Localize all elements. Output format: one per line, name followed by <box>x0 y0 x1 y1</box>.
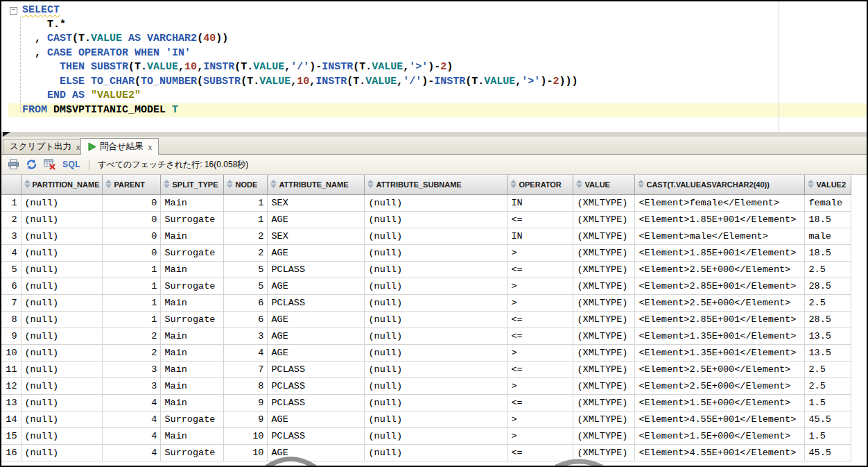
cell[interactable]: (null) <box>365 377 507 394</box>
cell[interactable]: 10 <box>224 444 268 461</box>
row-number[interactable]: 14 <box>1 411 21 427</box>
cell[interactable]: (null) <box>365 278 507 294</box>
column-header[interactable]: VALUE <box>573 175 635 194</box>
cell[interactable]: (null) <box>365 361 507 377</box>
cell[interactable]: <Element>1.35E+001</Element> <box>635 328 805 344</box>
code-line[interactable]: FROM DM$VPTITANIC_MODEL T <box>22 103 867 118</box>
cell[interactable]: (null) <box>21 344 103 361</box>
cell[interactable]: Main <box>161 261 224 278</box>
cell[interactable]: 4 <box>103 411 161 427</box>
cell[interactable]: 18.5 <box>805 244 851 261</box>
cell[interactable]: 18.5 <box>805 211 851 228</box>
cell[interactable]: <Element>2.85E+001</Element> <box>635 278 805 294</box>
cell[interactable]: (null) <box>21 294 103 311</box>
cell[interactable]: AGE <box>268 328 365 344</box>
cell[interactable]: 3 <box>103 361 161 377</box>
cell[interactable]: AGE <box>268 311 365 328</box>
cell[interactable]: > <box>507 411 573 427</box>
cell[interactable]: > <box>507 427 573 444</box>
cell[interactable]: (null) <box>21 194 103 211</box>
tab-script-output[interactable]: スクリプト出力 x <box>3 139 87 154</box>
cell[interactable]: <= <box>507 211 573 228</box>
code-line[interactable]: SELECT <box>22 3 867 18</box>
cell[interactable]: (XMLTYPE) <box>573 211 635 228</box>
cell[interactable]: <Element>male</Element> <box>635 228 805 244</box>
cell[interactable]: Main <box>161 377 224 394</box>
cell[interactable]: PCLASS <box>268 394 365 411</box>
cell[interactable]: (null) <box>365 427 507 444</box>
cell[interactable]: <Element>1.5E+000</Element> <box>635 427 805 444</box>
cell[interactable]: Surrogate <box>161 244 224 261</box>
cell[interactable]: PCLASS <box>268 427 365 444</box>
cell[interactable]: SEX <box>268 228 365 244</box>
cell[interactable]: (null) <box>21 427 103 444</box>
code-line[interactable]: , CAST(T.VALUE AS VARCHAR2(40)) <box>22 32 867 46</box>
cell[interactable]: 2 <box>224 228 268 244</box>
cell[interactable]: <Element>2.5E+000</Element> <box>635 261 805 278</box>
cell[interactable]: 2.5 <box>805 261 851 278</box>
code-line[interactable]: T.* <box>22 18 867 33</box>
cell[interactable]: Main <box>161 194 224 211</box>
row-number[interactable]: 2 <box>1 211 21 228</box>
cell[interactable]: 9 <box>224 411 268 427</box>
sort-icon[interactable] <box>367 180 374 189</box>
cell[interactable]: Surrogate <box>161 311 224 328</box>
cell[interactable]: Surrogate <box>161 211 224 228</box>
cell[interactable]: (null) <box>365 294 507 311</box>
cell[interactable]: <= <box>507 394 573 411</box>
column-header[interactable]: ATTRIBUTE_NAME <box>268 175 365 194</box>
cell[interactable]: (XMLTYPE) <box>573 194 635 211</box>
cell[interactable]: > <box>507 377 573 394</box>
cell[interactable]: 45.5 <box>805 411 851 427</box>
cell[interactable]: Main <box>161 427 224 444</box>
cell[interactable]: 28.5 <box>805 311 851 328</box>
sql-button[interactable]: SQL <box>62 160 80 169</box>
tab-query-result[interactable]: 問合せ結果 x <box>80 138 159 155</box>
cell[interactable]: (null) <box>365 411 507 427</box>
cell[interactable]: 5 <box>224 261 268 278</box>
cell[interactable]: 4 <box>224 344 268 361</box>
column-header[interactable]: VALUE2 <box>805 175 851 194</box>
clear-grid-icon[interactable] <box>43 159 55 171</box>
close-icon[interactable]: x <box>76 143 80 151</box>
cell[interactable]: (null) <box>365 394 507 411</box>
row-number[interactable]: 15 <box>1 427 21 444</box>
cell[interactable]: 1.5 <box>805 427 851 444</box>
cell[interactable]: 4 <box>103 444 161 461</box>
close-icon[interactable]: x <box>148 143 153 151</box>
cell[interactable]: <Element>2.85E+001</Element> <box>635 311 805 328</box>
cell[interactable]: (null) <box>21 211 103 228</box>
print-icon[interactable] <box>7 159 19 171</box>
sort-icon[interactable] <box>24 180 31 189</box>
cell[interactable]: (null) <box>365 311 507 328</box>
cell[interactable]: (XMLTYPE) <box>573 427 635 444</box>
cell[interactable]: (null) <box>21 361 103 377</box>
cell[interactable]: 4 <box>103 394 161 411</box>
code-line[interactable]: ELSE TO_CHAR(TO_NUMBER(SUBSTR(T.VALUE,10… <box>22 75 867 90</box>
cell[interactable]: Main <box>161 344 224 361</box>
cell[interactable]: (null) <box>21 244 103 261</box>
row-number[interactable]: 8 <box>1 311 21 328</box>
row-number[interactable]: 1 <box>1 194 21 211</box>
cell[interactable]: <= <box>507 328 573 344</box>
cell[interactable]: 0 <box>103 194 161 211</box>
cell[interactable]: Main <box>161 394 224 411</box>
cell[interactable]: > <box>507 294 573 311</box>
sort-icon[interactable] <box>638 180 644 189</box>
grid-corner[interactable] <box>1 175 21 194</box>
cell[interactable]: Main <box>161 328 224 344</box>
cell[interactable]: (XMLTYPE) <box>573 261 635 278</box>
cell[interactable]: 2 <box>103 344 161 361</box>
cell[interactable]: 2.5 <box>805 377 851 394</box>
pane-splitter[interactable] <box>1 132 867 137</box>
cell[interactable]: 1 <box>103 294 161 311</box>
cell[interactable]: > <box>507 344 573 361</box>
cell[interactable]: <Element>2.5E+000</Element> <box>635 377 805 394</box>
cell[interactable]: 2 <box>103 328 161 344</box>
cell[interactable]: 1 <box>103 311 161 328</box>
cell[interactable]: <= <box>507 311 573 328</box>
column-header[interactable]: NODE <box>224 175 268 194</box>
cell[interactable]: SEX <box>268 194 365 211</box>
cell[interactable]: PCLASS <box>268 294 365 311</box>
cell[interactable]: (XMLTYPE) <box>573 244 635 261</box>
